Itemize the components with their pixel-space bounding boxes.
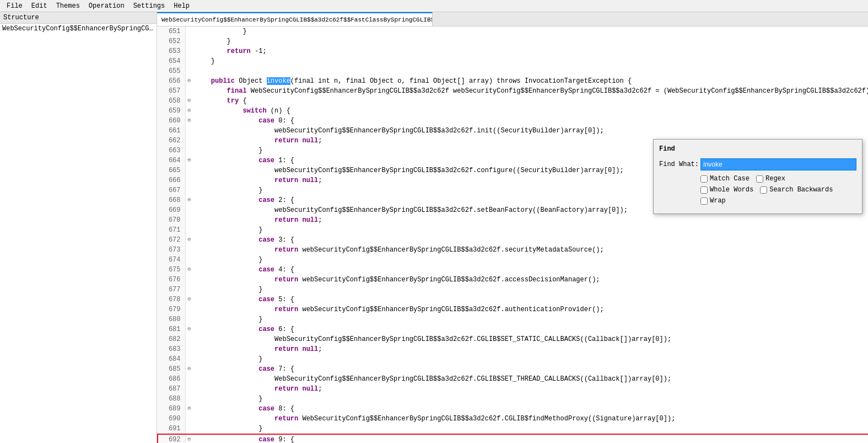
match-case-label: Match Case (710, 175, 750, 183)
fold-indicator (185, 314, 193, 324)
fold-indicator (185, 285, 193, 295)
code-tab[interactable]: WebSecurityConfig$$EnhancerBySpringCGLIB… (157, 12, 433, 26)
menu-themes[interactable]: Themes (52, 1, 84, 11)
table-row: 670 return null; (158, 215, 868, 225)
line-number: 664 (158, 156, 185, 166)
fold-indicator (185, 136, 193, 146)
line-number: 665 (158, 166, 185, 175)
code-area[interactable]: 651 }652 }653 return -1;654 }655656⊖ pub… (157, 26, 868, 443)
line-number: 669 (158, 205, 185, 215)
line-code: public Object invoke(final int n, final … (193, 76, 868, 86)
fold-indicator[interactable]: ⊖ (185, 106, 193, 116)
line-number: 653 (158, 46, 185, 56)
find-what-input[interactable] (700, 158, 856, 170)
search-backwards-option[interactable]: Search Backwards (760, 186, 833, 194)
wrap-checkbox[interactable] (700, 198, 708, 205)
line-number: 681 (158, 324, 185, 334)
line-code: return null; (193, 384, 868, 394)
fold-indicator[interactable]: ⊖ (185, 364, 193, 374)
line-code: case 3: { (193, 235, 868, 245)
line-number: 678 (158, 295, 185, 305)
regex-checkbox[interactable] (756, 175, 763, 183)
table-row: 680 } (158, 314, 868, 324)
fold-indicator (185, 245, 193, 255)
line-code: case 6: { (193, 324, 868, 334)
fold-indicator (185, 175, 193, 185)
table-row: 682 WebSecurityConfig$$EnhancerBySpringC… (158, 334, 868, 344)
fold-indicator (185, 424, 193, 434)
fold-indicator[interactable]: ⊖ (185, 235, 193, 245)
table-row: 673 return webSecurityConfig$$EnhancerBy… (158, 245, 868, 255)
table-row: 690 return WebSecurityConfig$$EnhancerBy… (158, 414, 868, 424)
line-code: case 8: { (193, 404, 868, 414)
table-row: 657 final WebSecurityConfig$$EnhancerByS… (158, 86, 868, 96)
line-number: 652 (158, 36, 185, 46)
fold-indicator[interactable]: ⊖ (185, 404, 193, 414)
fold-indicator (185, 215, 193, 225)
fold-indicator[interactable]: ⊖ (185, 116, 193, 126)
line-code: return webSecurityConfig$$EnhancerBySpri… (193, 275, 868, 285)
main-layout: Structure WebSecurityConfig$$EnhancerByS… (0, 12, 868, 443)
fold-indicator (185, 255, 193, 265)
table-row: 678⊖ case 5: { (158, 295, 868, 305)
match-case-checkbox[interactable] (700, 175, 708, 183)
menu-file[interactable]: File (2, 1, 27, 11)
menu-help[interactable]: Help (169, 1, 194, 11)
fold-indicator (185, 166, 193, 175)
table-row: 683 return null; (158, 344, 868, 354)
line-number: 677 (158, 285, 185, 295)
line-code: case 0: { (193, 116, 868, 126)
menu-settings[interactable]: Settings (129, 1, 170, 11)
line-code: return webSecurityConfig$$EnhancerBySpri… (193, 245, 868, 255)
line-number: 657 (158, 86, 185, 96)
find-what-label: Find What: (659, 161, 700, 168)
line-number: 659 (158, 106, 185, 116)
line-number: 675 (158, 265, 185, 275)
fold-indicator (185, 384, 193, 394)
line-number: 672 (158, 235, 185, 245)
regex-option[interactable]: Regex (756, 175, 785, 183)
line-number: 691 (158, 424, 185, 434)
structure-panel-header: Structure (0, 12, 157, 24)
fold-indicator[interactable]: ⊖ (185, 96, 193, 106)
menubar: File Edit Themes Operation Settings Help (0, 0, 868, 12)
table-row: 688 } (158, 394, 868, 404)
match-case-option[interactable]: Match Case (700, 175, 750, 183)
table-row: 675⊖ case 4: { (158, 265, 868, 275)
line-number: 687 (158, 384, 185, 394)
line-number: 654 (158, 56, 185, 66)
menu-edit[interactable]: Edit (27, 1, 52, 11)
line-code: } (193, 394, 868, 404)
line-code: } (193, 36, 868, 46)
line-number: 661 (158, 126, 185, 136)
fold-indicator[interactable]: ⊖ (185, 156, 193, 166)
line-code: return webSecurityConfig$$EnhancerBySpri… (193, 305, 868, 314)
whole-words-option[interactable]: Whole Words (700, 186, 753, 194)
fold-indicator[interactable]: ⊖ (185, 434, 193, 443)
table-row: 674 } (158, 255, 868, 265)
fold-indicator (185, 414, 193, 424)
fold-indicator[interactable]: ⊖ (185, 324, 193, 334)
fold-indicator[interactable]: ⊖ (185, 295, 193, 305)
table-row: 659⊖ switch (n) { (158, 106, 868, 116)
wrap-label: Wrap (710, 197, 726, 205)
table-row: 689⊖ case 8: { (158, 404, 868, 414)
search-backwards-checkbox[interactable] (760, 186, 767, 194)
fold-indicator (185, 56, 193, 66)
line-number: 674 (158, 255, 185, 265)
line-number: 658 (158, 96, 185, 106)
fold-indicator[interactable]: ⊖ (185, 76, 193, 86)
table-row: 651 } (158, 26, 868, 36)
wrap-option[interactable]: Wrap (700, 197, 726, 205)
fold-indicator (185, 374, 193, 384)
tree-item[interactable]: WebSecurityConfig$$EnhancerBySpringCGLIB… (0, 24, 157, 34)
fold-indicator[interactable]: ⊖ (185, 265, 193, 275)
fold-indicator[interactable]: ⊖ (185, 195, 193, 205)
fold-indicator (185, 275, 193, 285)
table-row: 691 } (158, 424, 868, 434)
menu-operation[interactable]: Operation (84, 1, 129, 11)
whole-words-checkbox[interactable] (700, 186, 708, 194)
fold-indicator (185, 46, 193, 56)
options-row-3: Wrap (700, 197, 856, 205)
line-number: 656 (158, 76, 185, 86)
